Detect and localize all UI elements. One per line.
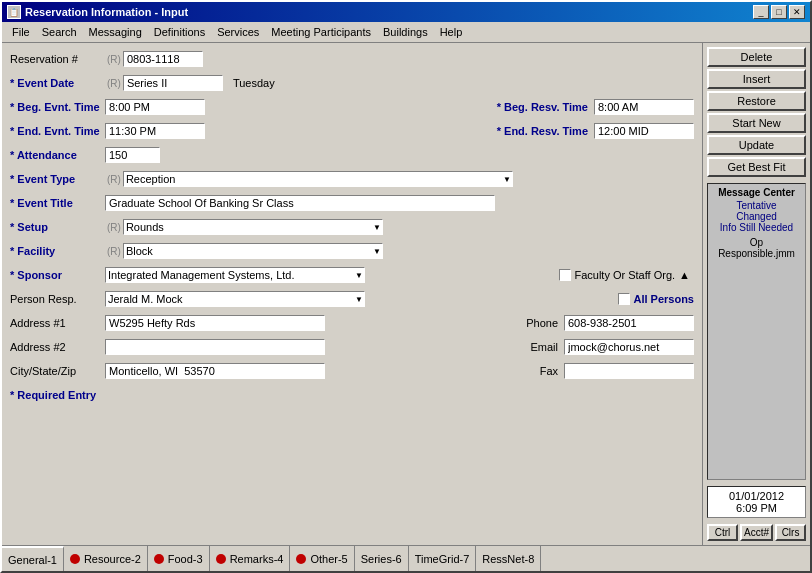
event-title-input[interactable] bbox=[105, 195, 495, 211]
ctrl-button[interactable]: Ctrl bbox=[707, 524, 738, 541]
address1-input[interactable] bbox=[105, 315, 325, 331]
menu-services[interactable]: Services bbox=[211, 24, 265, 40]
end-resv-label: * End. Resv. Time bbox=[478, 125, 588, 137]
start-new-button[interactable]: Start New bbox=[707, 113, 806, 133]
person-resp-select[interactable]: Jerald M. Mock bbox=[105, 291, 365, 307]
tab-remarks-4[interactable]: Remarks-4 bbox=[210, 546, 291, 571]
tab-other-5-label: Other-5 bbox=[310, 553, 347, 565]
facility-r: (R) bbox=[107, 246, 121, 257]
event-title-row: * Event Title bbox=[10, 193, 694, 213]
reservation-r: (R) bbox=[107, 54, 121, 65]
window-title: Reservation Information - Input bbox=[25, 6, 188, 18]
attendance-row: * Attendance bbox=[10, 145, 694, 165]
required-note-row: * Required Entry bbox=[10, 385, 694, 405]
attendance-input[interactable] bbox=[105, 147, 160, 163]
menu-messaging[interactable]: Messaging bbox=[83, 24, 148, 40]
main-content: Reservation # (R) * Event Date (R) Tuesd… bbox=[2, 43, 810, 545]
form-area: Reservation # (R) * Event Date (R) Tuesd… bbox=[2, 43, 702, 545]
event-title-label: * Event Title bbox=[10, 197, 105, 209]
insert-button[interactable]: Insert bbox=[707, 69, 806, 89]
beg-evnt-input[interactable] bbox=[105, 99, 205, 115]
tab-other-5[interactable]: Other-5 bbox=[290, 546, 354, 571]
menu-buildings[interactable]: Buildings bbox=[377, 24, 434, 40]
phone-input[interactable] bbox=[564, 315, 694, 331]
end-evnt-input[interactable] bbox=[105, 123, 205, 139]
close-button[interactable]: ✕ bbox=[789, 5, 805, 19]
changed-link[interactable]: Changed bbox=[711, 211, 802, 222]
tentative-link[interactable]: Tentative bbox=[711, 200, 802, 211]
tab-food-3[interactable]: Food-3 bbox=[148, 546, 210, 571]
event-date-day: Tuesday bbox=[233, 77, 275, 89]
time-row-1: * Beg. Evnt. Time * Beg. Resv. Time bbox=[10, 97, 694, 117]
address2-input[interactable] bbox=[105, 339, 325, 355]
address1-label: Address #1 bbox=[10, 317, 105, 329]
update-button[interactable]: Update bbox=[707, 135, 806, 155]
faculty-checkbox-wrapper: Faculty Or Staff Org. bbox=[559, 269, 675, 281]
facility-select[interactable]: Block bbox=[123, 243, 383, 259]
tab-resource-2-label: Resource-2 bbox=[84, 553, 141, 565]
date-value: 01/01/2012 bbox=[711, 490, 802, 502]
attendance-label: * Attendance bbox=[10, 149, 105, 161]
menu-definitions[interactable]: Definitions bbox=[148, 24, 211, 40]
get-best-fit-button[interactable]: Get Best Fit bbox=[707, 157, 806, 177]
menu-file[interactable]: File bbox=[6, 24, 36, 40]
all-persons-checkbox[interactable] bbox=[618, 293, 630, 305]
address2-row: Address #2 Email bbox=[10, 337, 694, 357]
beg-resv-input[interactable] bbox=[594, 99, 694, 115]
clrs-button[interactable]: Clrs bbox=[775, 524, 806, 541]
tab-timegrid-7[interactable]: TimeGrid-7 bbox=[409, 546, 477, 571]
end-evnt-label: * End. Evnt. Time bbox=[10, 125, 105, 137]
title-bar: 📋 Reservation Information - Input _ □ ✕ bbox=[2, 2, 810, 22]
restore-button[interactable]: Restore bbox=[707, 91, 806, 111]
main-window: 📋 Reservation Information - Input _ □ ✕ … bbox=[0, 0, 812, 573]
reservation-input[interactable] bbox=[123, 51, 203, 67]
required-note: * Required Entry bbox=[10, 389, 96, 401]
all-persons-label: All Persons bbox=[633, 293, 694, 305]
tab-other-5-dot bbox=[296, 554, 306, 564]
message-center-title: Message Center bbox=[711, 187, 802, 198]
faculty-checkbox[interactable] bbox=[559, 269, 571, 281]
fax-label: Fax bbox=[508, 365, 558, 377]
tab-resource-2[interactable]: Resource-2 bbox=[64, 546, 148, 571]
event-type-r: (R) bbox=[107, 174, 121, 185]
acct-button[interactable]: Acct# bbox=[740, 524, 773, 541]
menu-bar: File Search Messaging Definitions Servic… bbox=[2, 22, 810, 43]
info-still-needed-link[interactable]: Info Still Needed bbox=[711, 222, 802, 233]
message-panel: Message Center Tentative Changed Info St… bbox=[707, 183, 806, 480]
tab-remarks-4-dot bbox=[216, 554, 226, 564]
setup-row: * Setup (R) Rounds bbox=[10, 217, 694, 237]
setup-label: * Setup bbox=[10, 221, 105, 233]
city-row: City/State/Zip Fax bbox=[10, 361, 694, 381]
setup-select[interactable]: Rounds bbox=[123, 219, 383, 235]
maximize-button[interactable]: □ bbox=[771, 5, 787, 19]
tab-ressnet-8[interactable]: RessNet-8 bbox=[476, 546, 541, 571]
sponsor-select[interactable]: Integrated Management Systems, Ltd. bbox=[105, 267, 365, 283]
minimize-button[interactable]: _ bbox=[753, 5, 769, 19]
tab-general-1[interactable]: General-1 bbox=[2, 546, 64, 571]
delete-button[interactable]: Delete bbox=[707, 47, 806, 67]
menu-help[interactable]: Help bbox=[434, 24, 469, 40]
event-date-label: * Event Date bbox=[10, 77, 105, 89]
faculty-check-label: Faculty Or Staff Org. bbox=[574, 269, 675, 281]
menu-meeting-participants[interactable]: Meeting Participants bbox=[265, 24, 377, 40]
facility-label: * Facility bbox=[10, 245, 105, 257]
end-resv-input[interactable] bbox=[594, 123, 694, 139]
menu-search[interactable]: Search bbox=[36, 24, 83, 40]
fax-input[interactable] bbox=[564, 363, 694, 379]
app-icon: 📋 bbox=[7, 5, 21, 19]
event-date-input[interactable] bbox=[123, 75, 223, 91]
tab-food-3-dot bbox=[154, 554, 164, 564]
event-type-row: * Event Type (R) Reception bbox=[10, 169, 694, 189]
title-buttons: _ □ ✕ bbox=[753, 5, 805, 19]
city-input[interactable] bbox=[105, 363, 325, 379]
faculty-scroll-up[interactable]: ▲ bbox=[679, 269, 690, 281]
event-type-select[interactable]: Reception bbox=[123, 171, 513, 187]
tab-remarks-4-label: Remarks-4 bbox=[230, 553, 284, 565]
sponsor-row: * Sponsor Integrated Management Systems,… bbox=[10, 265, 694, 285]
address2-label: Address #2 bbox=[10, 341, 105, 353]
event-date-row: * Event Date (R) Tuesday bbox=[10, 73, 694, 93]
tab-series-6[interactable]: Series-6 bbox=[355, 546, 409, 571]
person-resp-row: Person Resp. Jerald M. Mock All Persons bbox=[10, 289, 694, 309]
all-persons-checkbox-wrapper: All Persons bbox=[618, 293, 694, 305]
email-input[interactable] bbox=[564, 339, 694, 355]
